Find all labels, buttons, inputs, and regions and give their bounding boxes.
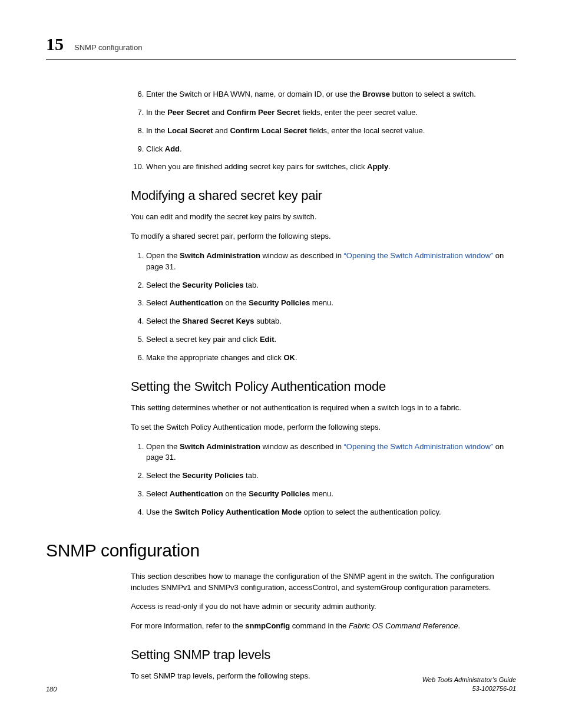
doc-title: Web Tools Administrator’s Guide [422, 676, 516, 684]
header-rule [46, 59, 516, 60]
step-1: Open the Switch Administration window as… [146, 442, 516, 464]
heading-switch-policy-auth: Setting the Switch Policy Authentication… [131, 379, 516, 394]
step-2: Select the Security Policies tab. [146, 470, 516, 482]
body-content: Enter the Switch or HBA WWN, name, or do… [131, 89, 516, 682]
step-4: Select the Shared Secret Keys subtab. [146, 316, 516, 327]
doc-title-block: Web Tools Administrator’s Guide 53-10027… [422, 676, 516, 693]
body-paragraph: To set the Switch Policy Authentication … [131, 422, 516, 433]
page-number: 180 [46, 686, 57, 693]
step-8: In the Local Secret and Confirm Local Se… [146, 126, 516, 137]
page-header: 15 SNMP configuration [46, 34, 516, 54]
modify-steps-list: Open the Switch Administration window as… [131, 251, 516, 364]
step-6: Enter the Switch or HBA WWN, name, or do… [146, 89, 516, 100]
continued-steps-list: Enter the Switch or HBA WWN, name, or do… [131, 89, 516, 173]
step-10: When you are finished adding secret key … [146, 162, 516, 173]
step-3: Select Authentication on the Security Po… [146, 489, 516, 500]
step-7: In the Peer Secret and Confirm Peer Secr… [146, 107, 516, 118]
running-head: SNMP configuration [74, 43, 142, 52]
chapter-number: 15 [46, 34, 64, 54]
body-paragraph: This setting determines whether or not a… [131, 403, 516, 414]
body-paragraph: For more information, refer to the snmpC… [131, 621, 516, 632]
heading-snmp-configuration: SNMP configuration [46, 541, 516, 561]
step-4: Use the Switch Policy Authentication Mod… [146, 507, 516, 518]
step-9: Click Add. [146, 144, 516, 155]
body-paragraph: This section describes how to manage the… [131, 571, 516, 594]
step-3: Select Authentication on the Security Po… [146, 298, 516, 309]
doc-id: 53-1002756-01 [422, 684, 516, 693]
step-5: Select a secret key pair and click Edit. [146, 334, 516, 345]
body-paragraph: You can edit and modify the secret key p… [131, 212, 516, 223]
heading-modifying-shared-secret: Modifying a shared secret key pair [131, 188, 516, 203]
body-paragraph: To modify a shared secret pair, perform … [131, 231, 516, 242]
body-paragraph: Access is read-only if you do not have a… [131, 601, 516, 612]
xref-link[interactable]: “Opening the Switch Administration windo… [344, 442, 494, 451]
heading-snmp-trap-levels: Setting SNMP trap levels [131, 647, 516, 663]
step-2: Select the Security Policies tab. [146, 280, 516, 291]
step-1: Open the Switch Administration window as… [146, 251, 516, 273]
page: 15 SNMP configuration Enter the Switch o… [0, 0, 562, 728]
page-footer: 180 Web Tools Administrator’s Guide 53-1… [46, 676, 516, 693]
auth-steps-list: Open the Switch Administration window as… [131, 442, 516, 518]
step-6: Make the appropriate changes and click O… [146, 353, 516, 364]
xref-link[interactable]: “Opening the Switch Administration windo… [344, 251, 494, 260]
